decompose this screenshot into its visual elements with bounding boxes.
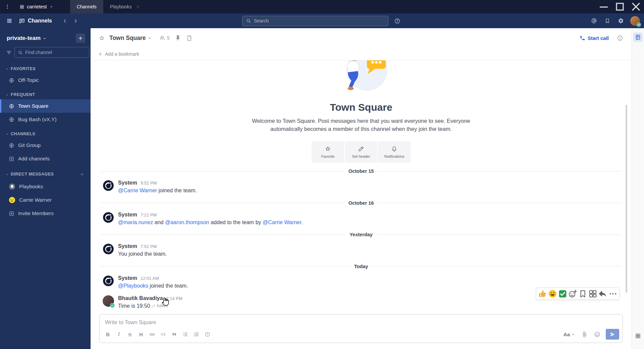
message-author[interactable]: System [118, 275, 137, 281]
date-label[interactable]: Today [350, 264, 372, 269]
chevron-down-icon [5, 132, 9, 136]
strikethrough-button[interactable]: S [124, 329, 136, 340]
sidebar-category-direct-messages[interactable]: DIRECT MESSAGES [0, 165, 91, 180]
saved-messages-button[interactable] [602, 15, 613, 26]
sidebar-category-channels[interactable]: CHANNELS [0, 126, 91, 139]
global-search[interactable] [242, 16, 388, 26]
quote-button[interactable] [169, 329, 180, 340]
message-author[interactable]: System [118, 212, 137, 218]
user-avatar[interactable] [630, 16, 640, 26]
tab-channels[interactable]: Channels [70, 0, 103, 13]
tab-playbooks[interactable]: Playbooks [103, 0, 147, 13]
sidebar-item-invite-members[interactable]: Invite Members [0, 207, 91, 220]
reply-button[interactable] [598, 289, 608, 298]
bold-button[interactable]: B [102, 329, 113, 340]
message-author[interactable]: Bhautik Bavadiya [118, 295, 163, 301]
product-switcher-button[interactable] [4, 15, 15, 26]
channel-filter-button[interactable] [6, 48, 12, 57]
settings-button[interactable] [615, 15, 626, 26]
code-button[interactable] [158, 329, 169, 340]
window-minimize-button[interactable] [596, 0, 612, 13]
sidebar-category-favorites[interactable]: FAVORITES [0, 61, 91, 73]
thumbs-up-reaction-button[interactable] [538, 289, 547, 298]
find-channel-box[interactable] [14, 47, 89, 58]
add-reaction-button[interactable] [568, 289, 578, 298]
message-author[interactable]: System [118, 243, 137, 249]
message-row[interactable]: System7:52 PMYou joined the team. [91, 240, 632, 261]
tab-close-button[interactable] [136, 4, 140, 9]
find-channel-input[interactable] [25, 50, 86, 55]
channel-info-button[interactable] [614, 32, 626, 44]
mention-link[interactable]: @maria.nunez [118, 219, 153, 225]
intro-notifications-button[interactable]: Notifications [378, 141, 411, 163]
sidebar-item-git-group[interactable]: Git Group [0, 139, 91, 152]
numbered-list-button[interactable] [191, 329, 202, 340]
add-bookmark-button[interactable]: Add a bookmark [98, 51, 139, 57]
favorite-channel-button[interactable] [96, 32, 107, 44]
heading-button[interactable]: H [136, 329, 147, 340]
pinned-messages-button[interactable] [172, 32, 184, 44]
save-message-button[interactable] [578, 289, 588, 298]
emoji-picker-button[interactable] [592, 329, 602, 340]
window-close-button[interactable] [628, 0, 644, 13]
send-message-button[interactable] [606, 329, 619, 340]
message-apps-button[interactable] [588, 289, 598, 298]
formatting-toggle-button[interactable]: Aa [561, 330, 577, 339]
check-mark-reaction-button[interactable] [558, 289, 568, 298]
date-label[interactable]: Yesterday [345, 232, 377, 237]
mention-link[interactable]: @Carrie Warner [263, 219, 301, 225]
sidebar-item-playbooks[interactable]: Playbooks [0, 180, 91, 193]
channel-members-button[interactable]: 5 [157, 33, 172, 43]
start-call-button[interactable]: Start call [576, 33, 612, 43]
sidebar-item-carrie-warner[interactable]: Carrie Warner [0, 193, 91, 207]
message-timestamp[interactable]: 2:14 PM [166, 296, 182, 301]
bulleted-list-button[interactable] [180, 329, 191, 340]
team-menu[interactable]: private-team [7, 35, 47, 42]
server-selector[interactable]: carrietest [15, 0, 58, 13]
message-author[interactable]: System [118, 180, 137, 186]
date-label[interactable]: October 16 [344, 200, 378, 206]
scrollbar[interactable] [626, 105, 627, 293]
attach-file-button[interactable] [579, 329, 590, 340]
mention-link[interactable]: @Carrie Warner [118, 188, 157, 193]
mention-link[interactable]: @Playbooks [118, 283, 148, 289]
message-timestamp[interactable]: 7:52 PM [141, 244, 157, 249]
channel-files-button[interactable] [184, 32, 195, 44]
apps-bar-top-button[interactable] [633, 33, 643, 42]
message-timestamp[interactable]: 7:21 PM [141, 212, 157, 217]
app-menu-button[interactable] [0, 0, 15, 13]
message-timestamp[interactable]: 9:52 PM [141, 181, 157, 186]
message-input[interactable] [100, 314, 623, 328]
message-timestamp[interactable]: 12:01 AM [141, 276, 159, 281]
help-button[interactable] [392, 16, 402, 26]
intro-favorite-button[interactable]: Favorite [312, 141, 344, 163]
more-actions-button[interactable] [608, 289, 618, 298]
insert-link-button[interactable] [147, 329, 158, 340]
mention-link[interactable]: @aaron.thompson [165, 219, 209, 225]
window-maximize-button[interactable] [612, 0, 628, 13]
message-row[interactable]: System7:21 PM@maria.nunez and @aaron.tho… [91, 209, 632, 229]
server-icon [19, 4, 24, 9]
message-priority-button[interactable] [202, 329, 213, 340]
message-row[interactable]: Bhautik Bavadiya2:14 PMTime is 19:50Edit… [91, 292, 632, 313]
history-forward-button[interactable] [70, 15, 81, 26]
grinning-reaction-button[interactable] [548, 289, 557, 298]
sidebar-item-town-square[interactable]: Town Square [0, 99, 91, 113]
sidebar-item-off-topic[interactable]: Off-Topic [0, 73, 91, 87]
search-input[interactable] [254, 18, 385, 23]
recent-mentions-button[interactable] [589, 15, 599, 26]
sidebar-item-bug-bash-vx-y[interactable]: Bug Bash (vX.Y) [0, 113, 91, 126]
message-row[interactable]: System9:52 PM@Carrie Warner joined the t… [91, 177, 632, 197]
add-direct-message-button[interactable] [78, 171, 85, 178]
date-label[interactable]: October 15 [344, 168, 378, 174]
apps-bar-bottom-button[interactable] [634, 332, 642, 340]
italic-button[interactable]: I [113, 329, 124, 340]
sidebar-category-frequent[interactable]: FREQUENT [0, 87, 91, 99]
intro-set-header-button[interactable]: Set header [345, 141, 377, 163]
channel-menu[interactable]: Town Square [107, 33, 154, 43]
journal-icon [635, 34, 641, 40]
sidebar-item-add-channels[interactable]: Add channels [0, 152, 91, 165]
date-divider: October 15 [101, 168, 622, 174]
history-back-button[interactable] [59, 15, 70, 26]
add-channel-button[interactable] [76, 34, 85, 43]
